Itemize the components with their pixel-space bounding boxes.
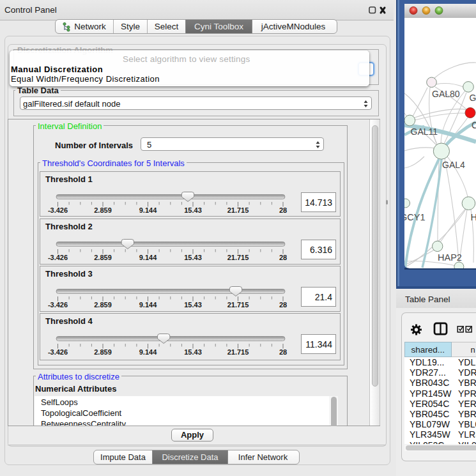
- svg-text:9.144: 9.144: [139, 348, 157, 356]
- svg-text:GAL80: GAL80: [432, 89, 460, 99]
- svg-text:15.43: 15.43: [184, 301, 202, 309]
- svg-text:28: 28: [279, 301, 287, 309]
- svg-text:-3.426: -3.426: [48, 254, 68, 261]
- svg-text:2.859: 2.859: [94, 254, 112, 261]
- svg-text:15.43: 15.43: [184, 206, 202, 214]
- svg-text:21.715: 21.715: [227, 301, 249, 309]
- svg-text:28: 28: [279, 206, 287, 214]
- svg-text:21.715: 21.715: [227, 254, 249, 261]
- svg-text:GAL4: GAL4: [442, 160, 465, 170]
- svg-text:2.859: 2.859: [94, 206, 112, 214]
- svg-text:-3.426: -3.426: [48, 301, 68, 309]
- svg-text:9.144: 9.144: [139, 301, 157, 309]
- svg-text:28: 28: [279, 254, 287, 261]
- svg-text:15.43: 15.43: [184, 254, 202, 261]
- svg-text:28: 28: [279, 348, 287, 356]
- svg-text:-3.426: -3.426: [48, 348, 68, 356]
- svg-text:GA: GA: [470, 93, 476, 103]
- svg-text:H: H: [471, 212, 476, 222]
- svg-text:C: C: [472, 120, 476, 130]
- svg-text:21.715: 21.715: [227, 348, 249, 356]
- svg-text:2.859: 2.859: [94, 301, 112, 309]
- svg-text:2.859: 2.859: [94, 348, 112, 356]
- svg-text:21.715: 21.715: [227, 206, 249, 214]
- svg-text:-3.426: -3.426: [48, 206, 68, 214]
- svg-text:9.144: 9.144: [139, 206, 157, 214]
- svg-text:9.144: 9.144: [139, 254, 157, 261]
- svg-text:GCY1: GCY1: [404, 212, 426, 222]
- svg-text:15.43: 15.43: [184, 348, 202, 356]
- svg-text:HAP2: HAP2: [438, 252, 462, 263]
- svg-text:GAL11: GAL11: [411, 127, 438, 137]
